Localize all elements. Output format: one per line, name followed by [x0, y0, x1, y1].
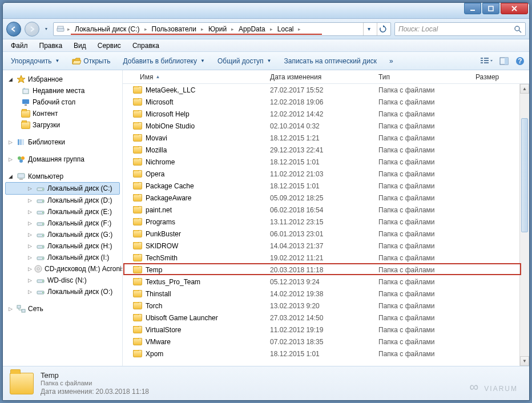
- breadcrumb-seg-2[interactable]: Юрий: [206, 25, 229, 33]
- expand-icon[interactable]: ▷: [9, 156, 14, 162]
- expand-icon[interactable]: ▷: [28, 243, 34, 249]
- table-row[interactable]: Textus_Pro_Team05.12.2013 9:24Папка с фа…: [123, 276, 529, 288]
- scroll-down-button[interactable]: ▼: [520, 356, 529, 366]
- menu-view[interactable]: Вид: [69, 41, 91, 51]
- share-button[interactable]: Общий доступ▼: [214, 55, 275, 67]
- table-row[interactable]: MobiOne Studio02.10.2014 0:32Папка с фай…: [123, 120, 529, 132]
- sidebar-network[interactable]: ▷ Сеть: [5, 303, 120, 315]
- menu-file[interactable]: Файл: [6, 41, 33, 51]
- col-name[interactable]: Имя▲: [123, 73, 265, 81]
- table-row[interactable]: TechSmith19.02.2012 11:21Папка с файлами: [123, 252, 529, 264]
- file-body[interactable]: MetaGeek,_LLC27.02.2017 15:52Папка с фай…: [123, 84, 529, 366]
- sidebar-drive[interactable]: ▷Локальный диск (O:): [5, 286, 120, 297]
- col-date[interactable]: Дата изменения: [265, 73, 374, 81]
- close-button[interactable]: [501, 3, 528, 14]
- table-row[interactable]: Ubisoft Game Launcher27.03.2012 14:50Пап…: [123, 312, 529, 324]
- organize-button[interactable]: Упорядочить▼: [7, 55, 63, 67]
- collapse-icon[interactable]: ◢: [9, 76, 14, 82]
- open-button[interactable]: Открыть: [68, 55, 114, 67]
- drive-icon: [56, 25, 65, 34]
- sidebar-homegroup[interactable]: ▷ Домашняя группа: [5, 154, 120, 165]
- table-row[interactable]: Nichrome18.12.2015 1:01Папка с файлами: [123, 156, 529, 168]
- sidebar-computer[interactable]: ◢ Компьютер: [5, 171, 120, 182]
- table-row[interactable]: PunkBuster06.01.2013 23:01Папка с файлам…: [123, 228, 529, 240]
- table-row[interactable]: MetaGeek,_LLC27.02.2017 15:52Папка с фай…: [123, 84, 529, 96]
- sidebar-item-content[interactable]: Контент: [5, 108, 120, 119]
- col-type[interactable]: Тип: [374, 73, 471, 81]
- sidebar-drive[interactable]: ▷Локальный диск (F:): [5, 217, 120, 229]
- sidebar-item-recent[interactable]: Недавние места: [5, 85, 120, 96]
- sidebar-drive[interactable]: ▷Локальный диск (D:): [5, 195, 120, 206]
- sidebar-drive[interactable]: ▷Локальный диск (C:): [5, 182, 120, 195]
- table-row[interactable]: PackageAware05.09.2012 18:25Папка с файл…: [123, 192, 529, 204]
- burn-button[interactable]: Записать на оптический диск: [280, 55, 380, 67]
- sidebar-drive[interactable]: ▷WD-disc (N:): [5, 275, 120, 286]
- expand-icon[interactable]: ▷: [28, 209, 34, 215]
- table-row[interactable]: Temp20.03.2018 11:18Папка с файлами: [123, 264, 529, 276]
- table-row[interactable]: VMware07.02.2013 18:35Папка с файлами: [123, 336, 529, 348]
- expand-icon[interactable]: ▷: [28, 289, 34, 295]
- menu-help[interactable]: Справка: [128, 41, 164, 51]
- breadcrumb-dropdown[interactable]: ▾: [363, 23, 374, 35]
- maximize-button[interactable]: [482, 3, 499, 14]
- expand-icon[interactable]: ▷: [28, 277, 34, 283]
- scrollbar[interactable]: ▲ ▼: [519, 84, 529, 366]
- collapse-icon[interactable]: ◢: [9, 174, 14, 179]
- breadcrumb-seg-3[interactable]: AppData: [236, 25, 268, 33]
- sidebar-drive[interactable]: ▷CD-дисковод (M:) Acronis M: [5, 263, 120, 275]
- sidebar-libraries[interactable]: ▷ Библиотеки: [5, 136, 120, 148]
- view-mode-button[interactable]: [480, 57, 493, 66]
- scroll-thumb[interactable]: [521, 118, 528, 232]
- table-row[interactable]: Mozilla29.12.2013 22:41Папка с файлами: [123, 144, 529, 156]
- expand-icon[interactable]: ▷: [28, 220, 34, 226]
- table-row[interactable]: Thinstall14.02.2012 19:38Папка с файлами: [123, 288, 529, 300]
- help-button[interactable]: ?: [515, 57, 525, 66]
- more-button[interactable]: »: [386, 55, 397, 67]
- table-row[interactable]: SKIDROW14.04.2013 21:37Папка с файлами: [123, 240, 529, 252]
- folder-icon: [133, 266, 142, 273]
- preview-pane-button[interactable]: [499, 57, 509, 66]
- table-row[interactable]: Programs13.11.2012 23:15Папка с файлами: [123, 216, 529, 228]
- breadcrumb-seg-1[interactable]: Пользователи: [150, 25, 199, 33]
- table-row[interactable]: Opera11.02.2012 21:03Папка с файлами: [123, 168, 529, 180]
- table-row[interactable]: Movavi18.12.2015 1:21Папка с файлами: [123, 132, 529, 144]
- file-date: 02.10.2014 0:32: [265, 122, 374, 130]
- breadcrumb[interactable]: ▸ Локальный диск (C:) ▸ Пользователи ▸ Ю…: [53, 22, 391, 36]
- sidebar-item-downloads[interactable]: Загрузки: [5, 119, 120, 131]
- table-row[interactable]: Microsoft12.02.2018 19:06Папка с файлами: [123, 96, 529, 108]
- sidebar-drive[interactable]: ▷Локальный диск (E:): [5, 206, 120, 217]
- breadcrumb-seg-4[interactable]: Local: [275, 25, 296, 33]
- expand-icon[interactable]: ▷: [28, 255, 34, 260]
- forward-button[interactable]: [25, 22, 39, 37]
- table-row[interactable]: Xpom18.12.2015 1:01Папка с файлами: [123, 348, 529, 360]
- table-row[interactable]: VirtualStore11.02.2012 19:19Папка с файл…: [123, 324, 529, 336]
- add-to-library-button[interactable]: Добавить в библиотеку▼: [119, 55, 208, 67]
- drive-label: WD-disc (N:): [47, 276, 87, 284]
- file-type: Папка с файлами: [374, 122, 471, 130]
- sidebar-item-desktop[interactable]: Рабочий стол: [5, 96, 120, 108]
- expand-icon[interactable]: ▷: [9, 306, 14, 312]
- table-row[interactable]: Torch13.02.2013 9:20Папка с файлами: [123, 300, 529, 312]
- minimize-button[interactable]: [464, 3, 481, 14]
- sidebar-drive[interactable]: ▷Локальный диск (I:): [5, 252, 120, 263]
- breadcrumb-seg-0[interactable]: Локальный диск (C:): [72, 25, 142, 33]
- scroll-up-button[interactable]: ▲: [520, 84, 529, 94]
- col-size[interactable]: Размер: [471, 73, 528, 81]
- sidebar-favorites[interactable]: ◢ Избранное: [5, 74, 120, 85]
- table-row[interactable]: Package Cache18.12.2015 1:01Папка с файл…: [123, 180, 529, 192]
- menu-tools[interactable]: Сервис: [93, 41, 126, 51]
- menu-edit[interactable]: Правка: [35, 41, 67, 51]
- expand-icon[interactable]: ▷: [9, 139, 14, 145]
- search-input[interactable]: Поиск: Local: [394, 22, 526, 36]
- table-row[interactable]: paint.net06.02.2018 16:54Папка с файлами: [123, 204, 529, 216]
- table-row[interactable]: Microsoft Help12.02.2012 14:42Папка с фа…: [123, 108, 529, 120]
- nav-history-dropdown[interactable]: ▾: [43, 23, 50, 35]
- expand-icon[interactable]: ▷: [28, 232, 34, 237]
- refresh-button[interactable]: [377, 23, 388, 35]
- expand-icon[interactable]: ▷: [28, 198, 34, 203]
- sidebar-drive[interactable]: ▷Локальный диск (H:): [5, 240, 120, 252]
- sidebar-drive[interactable]: ▷Локальный диск (G:): [5, 229, 120, 240]
- expand-icon[interactable]: ▷: [28, 266, 32, 272]
- expand-icon[interactable]: ▷: [28, 186, 34, 191]
- back-button[interactable]: [6, 22, 21, 37]
